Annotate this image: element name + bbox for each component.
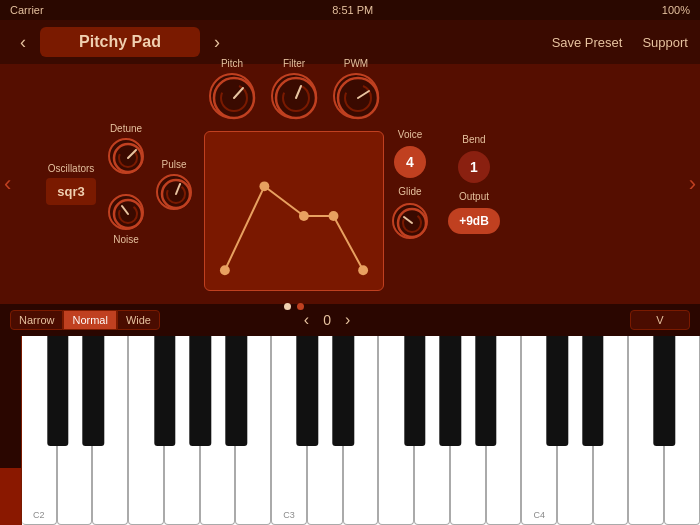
glide-label: Glide bbox=[398, 186, 421, 197]
black-key[interactable] bbox=[47, 336, 68, 446]
save-preset-button[interactable]: Save Preset bbox=[552, 35, 623, 50]
black-key[interactable] bbox=[190, 336, 211, 446]
status-bar: Carrier 8:51 PM 100% bbox=[0, 0, 700, 20]
detune-label: Detune bbox=[110, 123, 142, 134]
dot-1[interactable] bbox=[284, 303, 291, 310]
detune-knob-group: Detune bbox=[108, 123, 144, 174]
svg-point-22 bbox=[358, 265, 368, 275]
filter-knob-group: Filter bbox=[271, 58, 317, 119]
black-key[interactable] bbox=[297, 336, 318, 446]
pwm-label: PWM bbox=[344, 58, 368, 69]
black-key[interactable] bbox=[404, 336, 425, 446]
transpose-right-button[interactable]: › bbox=[345, 311, 350, 329]
carrier-label: Carrier bbox=[10, 4, 44, 16]
glide-section: Glide bbox=[392, 186, 428, 239]
filter-knob[interactable] bbox=[271, 73, 317, 119]
black-key[interactable] bbox=[654, 336, 675, 446]
black-key[interactable] bbox=[582, 336, 603, 446]
synth-left-arrow[interactable]: ‹ bbox=[4, 171, 11, 197]
synth-right-arrow[interactable]: › bbox=[689, 171, 696, 197]
black-key[interactable] bbox=[225, 336, 246, 446]
detune-knob[interactable] bbox=[108, 138, 144, 174]
black-key[interactable] bbox=[440, 336, 461, 446]
black-key[interactable] bbox=[154, 336, 175, 446]
pitch-label: Pitch bbox=[221, 58, 243, 69]
synth-inner: Oscillators sqr3 Detune bbox=[16, 74, 684, 294]
pitch-knob-group: Pitch bbox=[209, 58, 255, 119]
transpose-value: 0 bbox=[317, 312, 337, 328]
pwm-knob-group: PWM bbox=[333, 58, 379, 119]
bend-value[interactable]: 1 bbox=[458, 151, 490, 183]
voice-value[interactable]: 4 bbox=[394, 146, 426, 178]
output-section: Output +9dB bbox=[448, 191, 500, 234]
time-label: 8:51 PM bbox=[332, 4, 373, 16]
preset-nav: ‹ Pitchy Pad › bbox=[12, 27, 228, 57]
filter-label: Filter bbox=[283, 58, 305, 69]
voice-section: Voice 4 bbox=[392, 129, 428, 178]
dot-indicators bbox=[284, 303, 304, 310]
black-key[interactable] bbox=[547, 336, 568, 446]
pulse-knob-group: Pulse bbox=[156, 159, 192, 210]
normal-button[interactable]: Normal bbox=[63, 310, 116, 330]
noise-label: Noise bbox=[113, 234, 139, 245]
voice-glide-col: Voice 4 Glide bbox=[392, 129, 428, 239]
bend-label: Bend bbox=[462, 134, 485, 145]
narrow-button[interactable]: Narrow bbox=[10, 310, 63, 330]
pulse-label: Pulse bbox=[161, 159, 186, 170]
center-section: Pitch Filter bbox=[204, 58, 384, 310]
wide-button[interactable]: Wide bbox=[117, 310, 160, 330]
top-right: Save Preset Support bbox=[552, 35, 688, 50]
bend-section: Bend 1 bbox=[448, 134, 500, 183]
oscillator-value[interactable]: sqr3 bbox=[46, 178, 96, 205]
support-button[interactable]: Support bbox=[642, 35, 688, 50]
svg-point-20 bbox=[299, 211, 309, 221]
glide-knob[interactable] bbox=[392, 203, 428, 239]
prev-preset-button[interactable]: ‹ bbox=[12, 28, 34, 57]
svg-point-21 bbox=[329, 211, 339, 221]
pfp-knobs-row: Pitch Filter bbox=[209, 58, 379, 119]
next-preset-button[interactable]: › bbox=[206, 28, 228, 57]
noise-knob-group: Noise bbox=[108, 194, 144, 245]
black-key[interactable] bbox=[475, 336, 496, 446]
bend-output-col: Bend 1 Output +9dB bbox=[448, 134, 500, 234]
output-value[interactable]: +9dB bbox=[448, 208, 500, 234]
output-label: Output bbox=[459, 191, 489, 202]
velocity-strip[interactable] bbox=[0, 336, 22, 525]
svg-point-19 bbox=[259, 181, 269, 191]
velocity-fill bbox=[0, 468, 21, 525]
svg-point-18 bbox=[220, 265, 230, 275]
synth-panel: ‹ Oscillators sqr3 Detune bbox=[0, 64, 700, 304]
oscillator-label: Oscillators bbox=[48, 163, 95, 174]
kbd-size-group: Narrow Normal Wide bbox=[10, 310, 160, 330]
preset-name: Pitchy Pad bbox=[40, 27, 200, 57]
noise-knob[interactable] bbox=[108, 194, 144, 230]
piano-container: C2C3C4 bbox=[0, 336, 700, 525]
pwm-knob[interactable] bbox=[333, 73, 379, 119]
voice-label: Voice bbox=[398, 129, 422, 140]
battery-label: 100% bbox=[662, 4, 690, 16]
detune-noise-col: Detune Noise bbox=[108, 123, 144, 245]
pitch-knob[interactable] bbox=[209, 73, 255, 119]
velocity-button[interactable]: V bbox=[630, 310, 690, 330]
oscillator-section: Oscillators sqr3 bbox=[46, 163, 96, 205]
pulse-knob[interactable] bbox=[156, 174, 192, 210]
black-key[interactable] bbox=[83, 336, 104, 446]
black-key[interactable] bbox=[332, 336, 353, 446]
keyboard-section: Narrow Normal Wide ‹ 0 › V C2C3C4 bbox=[0, 304, 700, 525]
envelope-display[interactable] bbox=[204, 131, 384, 291]
kbd-transpose: ‹ 0 › bbox=[304, 311, 351, 329]
transpose-left-button[interactable]: ‹ bbox=[304, 311, 309, 329]
dot-2[interactable] bbox=[297, 303, 304, 310]
pulse-col: Pulse bbox=[156, 159, 192, 210]
piano-keys: C2C3C4 bbox=[22, 336, 700, 525]
